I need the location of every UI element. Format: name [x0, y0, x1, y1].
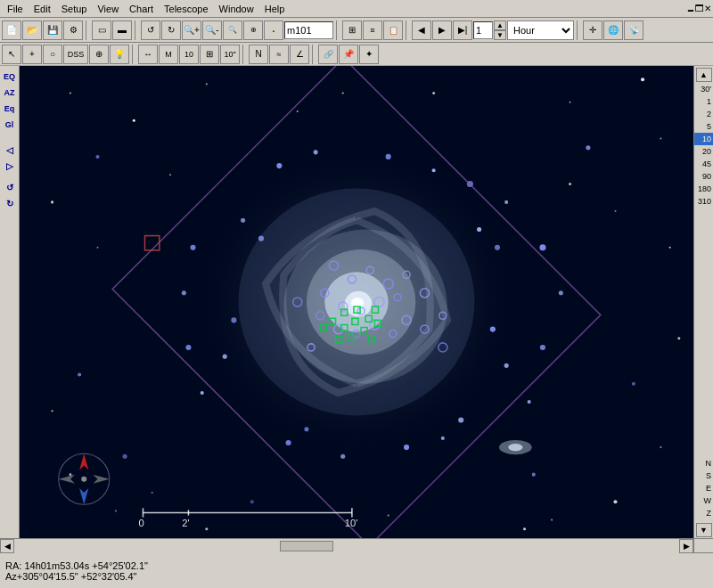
list-btn[interactable]: 📋 [383, 20, 403, 40]
left-sidebar: EQ AZ Eq Gl ◁ ▷ ↺ ↻ [0, 66, 20, 538]
svg-text:10': 10' [345, 518, 358, 528]
zoom-90[interactable]: 90 [694, 170, 713, 183]
small-galaxy [499, 440, 532, 454]
close-btn[interactable]: ✕ [704, 4, 711, 13]
menu-view[interactable]: View [92, 2, 124, 16]
crosshair-btn[interactable]: ✛ [583, 20, 602, 40]
hscroll-thumb[interactable] [280, 541, 333, 551]
tb2-link[interactable]: 🔗 [318, 45, 338, 64]
tb2-dss[interactable]: DSS [63, 45, 88, 64]
svg-point-6 [641, 78, 644, 81]
svg-point-25 [152, 492, 153, 494]
hscroll-right[interactable]: ▶ [679, 539, 693, 553]
globe-btn[interactable]: 🌐 [603, 20, 623, 40]
dir-s[interactable]: S [694, 470, 713, 482]
zoom-1[interactable]: 1 [694, 95, 713, 108]
menu-file[interactable]: File [2, 2, 29, 16]
dir-e[interactable]: E [694, 482, 713, 494]
zoom-180[interactable]: 180 [694, 183, 713, 195]
rect2-btn[interactable]: ▬ [112, 20, 132, 40]
tb2-target[interactable]: ⊕ [89, 45, 109, 64]
gl-mode-btn[interactable]: Gl [2, 118, 18, 132]
step-input[interactable] [473, 21, 493, 39]
dir-w[interactable]: W [694, 494, 713, 507]
svg-point-60 [477, 227, 481, 232]
tb2-star[interactable]: ✦ [359, 45, 379, 64]
scroll-down-btn[interactable]: ▼ [696, 523, 712, 537]
tb2-angle[interactable]: ∠ [290, 45, 309, 64]
dir-n[interactable]: N [694, 457, 713, 470]
rect-btn[interactable]: ▭ [92, 20, 111, 40]
dot-btn[interactable]: · [264, 20, 283, 40]
maximize-btn[interactable]: 🗖 [695, 4, 704, 13]
tb2-north[interactable]: N [249, 45, 268, 64]
zoom-10[interactable]: 10 [694, 133, 713, 145]
zoom-a-btn[interactable]: 🔍 [223, 20, 242, 40]
tb2-light[interactable]: 💡 [110, 45, 129, 64]
menu-setup[interactable]: Setup [56, 2, 93, 16]
menu-chart[interactable]: Chart [124, 2, 159, 16]
az-mode-btn[interactable]: AZ [2, 86, 18, 100]
target-input[interactable] [284, 21, 333, 39]
undo-btn[interactable]: ↺ [141, 20, 160, 40]
svg-point-18 [69, 473, 71, 476]
tb2-num[interactable]: 10 [179, 45, 199, 64]
menu-telescope[interactable]: Telescope [159, 2, 214, 16]
settings-btn[interactable]: ⚙ [63, 20, 83, 40]
scroll-left-btn[interactable]: ◁ [2, 143, 18, 157]
svg-point-43 [432, 168, 436, 172]
zoom-out-btn[interactable]: 🔍- [202, 20, 222, 40]
open-btn[interactable]: 📂 [22, 20, 42, 40]
hscroll-left[interactable]: ◀ [0, 539, 14, 553]
eq2-mode-btn[interactable]: Eq [2, 102, 18, 116]
svg-point-30 [123, 454, 127, 459]
zoom-2[interactable]: 2 [694, 108, 713, 120]
zoom-20[interactable]: 20 [694, 145, 713, 158]
next-btn[interactable]: ▶| [453, 20, 472, 40]
search-btn[interactable]: ⊞ [342, 20, 362, 40]
svg-point-58 [241, 218, 245, 223]
tb2-circle[interactable]: ○ [43, 45, 62, 64]
save-btn[interactable]: 💾 [43, 20, 62, 40]
step-down[interactable]: ▼ [494, 30, 506, 40]
rotate-cw-btn[interactable]: ↻ [2, 196, 18, 210]
scroll-right-btn[interactable]: ▷ [2, 159, 18, 173]
step-up[interactable]: ▲ [494, 20, 506, 30]
new-btn[interactable]: 📄 [2, 20, 21, 40]
dir-z[interactable]: Z [694, 507, 713, 519]
catalog-btn[interactable]: ≡ [363, 20, 382, 40]
svg-text:2': 2' [182, 518, 189, 528]
tb2-plus[interactable]: + [22, 45, 42, 64]
zoom-in-btn[interactable]: 🔍+ [182, 20, 201, 40]
svg-point-61 [495, 245, 500, 250]
time-unit-select[interactable]: Hour Degree Radian [507, 20, 574, 40]
tb2-arrow[interactable]: ↖ [2, 45, 21, 64]
tb2-grid[interactable]: ⊞ [200, 45, 219, 64]
prev-btn[interactable]: ◀ [412, 20, 431, 40]
tb2-mag[interactable]: M [159, 45, 178, 64]
play-btn[interactable]: ▶ [432, 20, 452, 40]
svg-text:0: 0 [138, 518, 143, 528]
chart-area[interactable]: 0 2' 10' [20, 66, 693, 538]
redo-btn[interactable]: ↻ [161, 20, 181, 40]
hscroll-track[interactable] [14, 539, 679, 553]
scroll-up-btn[interactable]: ▲ [696, 68, 712, 82]
tb2-move1[interactable]: ↔ [138, 45, 158, 64]
zoom-5[interactable]: 5 [694, 120, 713, 133]
zoom-310[interactable]: 310 [694, 195, 713, 208]
zoom-45[interactable]: 45 [694, 158, 713, 170]
tb2-mark[interactable]: ≈ [269, 45, 289, 64]
menu-window[interactable]: Window [214, 2, 259, 16]
menu-edit[interactable]: Edit [29, 2, 56, 16]
rotate-ccw-btn[interactable]: ↺ [2, 180, 18, 194]
eq-mode-btn[interactable]: EQ [2, 69, 18, 84]
zoom-b-btn[interactable]: ⊕ [243, 20, 263, 40]
tb2-arcsec[interactable]: 10" [220, 45, 240, 64]
tb2-pin[interactable]: 📌 [339, 45, 358, 64]
zoom-30[interactable]: 30' [694, 83, 713, 95]
menu-help[interactable]: Help [259, 2, 291, 16]
info-btn[interactable]: 📡 [624, 20, 643, 40]
svg-point-17 [551, 519, 553, 521]
az-display: Az+305°04'15.5" +52°32'05.4" [5, 571, 708, 582]
minimize-btn[interactable]: 🗕 [686, 4, 695, 13]
